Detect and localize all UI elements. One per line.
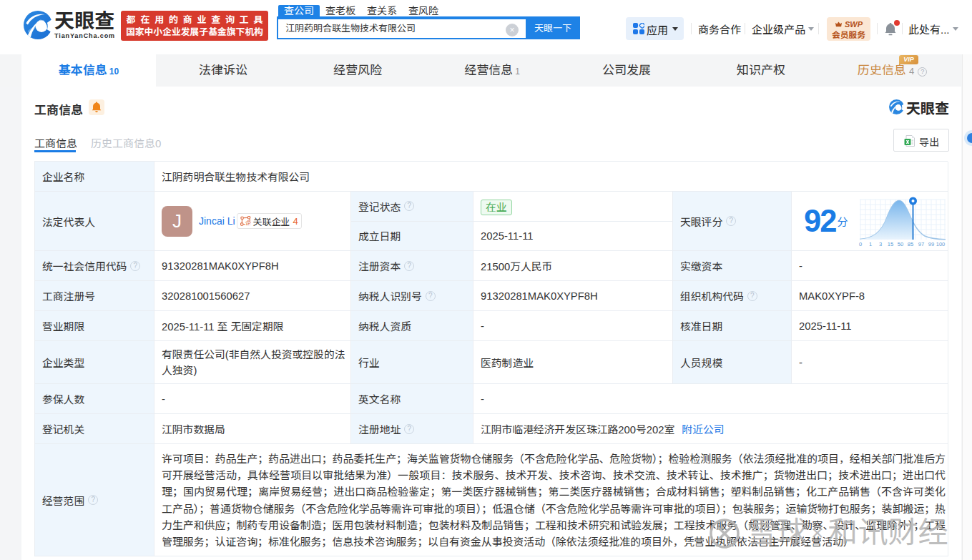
svg-text:0: 0 <box>859 241 862 247</box>
svg-text:85: 85 <box>908 241 913 247</box>
svg-text:3: 3 <box>879 241 882 247</box>
svg-text:97: 97 <box>918 241 924 247</box>
svg-text:100: 100 <box>936 241 946 247</box>
svg-text:50: 50 <box>898 241 903 247</box>
svg-text:15: 15 <box>888 241 893 247</box>
svg-text:企: 企 <box>245 218 250 226</box>
svg-text:99: 99 <box>928 241 934 247</box>
svg-text:1: 1 <box>869 241 872 247</box>
